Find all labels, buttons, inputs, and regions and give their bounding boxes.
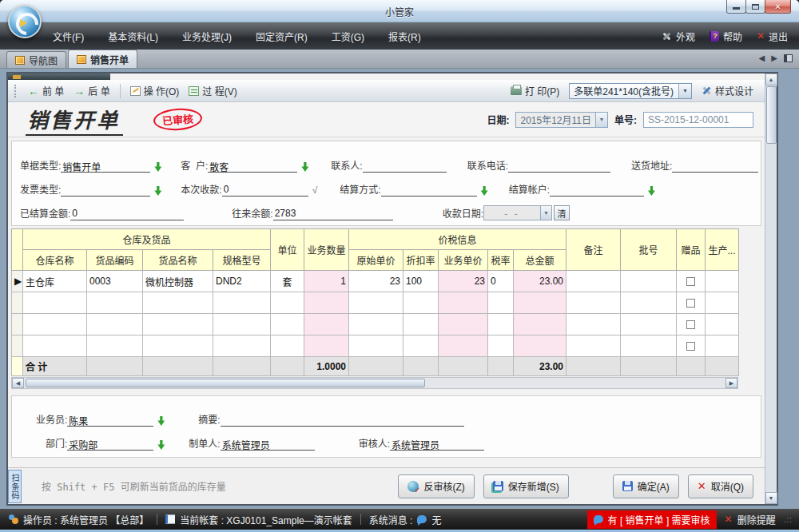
- tab-list-icon[interactable]: [784, 54, 793, 62]
- empty-cell[interactable]: [566, 314, 621, 335]
- empty-cell[interactable]: [271, 314, 304, 335]
- empty-cell[interactable]: [621, 314, 677, 335]
- style-design-button[interactable]: 样式设计: [697, 82, 758, 99]
- menu-reports[interactable]: 报表(R): [388, 30, 421, 43]
- empty-cell[interactable]: [23, 314, 87, 335]
- unaudit-button[interactable]: 反审核(Z): [398, 474, 474, 498]
- print-template-select[interactable]: 多联单241*140(含批号) ▼: [569, 83, 692, 99]
- empty-price-cell[interactable]: [439, 292, 488, 314]
- receipt-date-picker[interactable]: - - ▼: [483, 205, 552, 220]
- gift-cell[interactable]: [677, 271, 706, 292]
- empty-cell[interactable]: [621, 292, 677, 314]
- menu-business[interactable]: 业务处理(J): [182, 30, 232, 43]
- orig-price-cell[interactable]: 23: [349, 271, 403, 292]
- dropdown-arrow-icon[interactable]: [154, 162, 161, 172]
- production-cell[interactable]: [706, 271, 739, 292]
- empty-gift-cell[interactable]: [677, 314, 706, 335]
- dropdown-arrow-icon[interactable]: [301, 162, 308, 172]
- empty-cell[interactable]: [706, 335, 739, 357]
- order-no-field[interactable]: SS-2015-12-00001: [643, 112, 753, 128]
- gift-checkbox[interactable]: [686, 320, 695, 329]
- dropdown-arrow-icon[interactable]: [154, 186, 161, 196]
- empty-qty-cell[interactable]: [304, 292, 349, 314]
- empty-cell[interactable]: [23, 292, 87, 314]
- tab-scroll-left-icon[interactable]: ◀: [759, 54, 765, 62]
- empty-cell[interactable]: [213, 314, 271, 335]
- settle-account-field[interactable]: [550, 184, 644, 197]
- empty-cell[interactable]: [143, 314, 213, 335]
- date-picker[interactable]: 2015年12月11日 ▼: [515, 112, 608, 128]
- empty-cell[interactable]: [87, 292, 143, 314]
- address-field[interactable]: [672, 160, 758, 173]
- appearance-button[interactable]: 外观: [662, 30, 695, 43]
- vertical-scrollbar[interactable]: ▲ ▼: [765, 73, 777, 504]
- app-logo-icon[interactable]: [8, 5, 42, 38]
- code-cell[interactable]: 0003: [87, 271, 143, 292]
- vertical-scroll-thumb[interactable]: [766, 86, 777, 144]
- exit-button[interactable]: ✕ 退出: [757, 30, 788, 43]
- next-order-button[interactable]: → 后 单: [69, 82, 114, 99]
- amount-cell[interactable]: 23.00: [514, 271, 566, 292]
- empty-amount-cell[interactable]: [514, 292, 566, 314]
- dropdown-arrow-icon[interactable]: [481, 186, 488, 196]
- contact-field[interactable]: [363, 160, 447, 173]
- scroll-left-icon[interactable]: ◀: [12, 378, 24, 388]
- tab-navigation-map[interactable]: 导航图: [6, 51, 66, 68]
- customer-field[interactable]: 散客: [208, 160, 297, 173]
- empty-cell[interactable]: [213, 335, 271, 357]
- resize-grip[interactable]: .::: [784, 515, 793, 524]
- clear-date-button[interactable]: 清: [554, 205, 570, 220]
- empty-cell[interactable]: [403, 335, 439, 357]
- empty-cell[interactable]: [566, 335, 621, 357]
- settled-amount-field[interactable]: 0: [70, 208, 184, 220]
- chevron-down-icon[interactable]: ▼: [678, 84, 691, 98]
- cancel-button[interactable]: ✕ 取消(Q): [688, 474, 753, 498]
- empty-cell[interactable]: [488, 335, 514, 357]
- calculator-check-icon[interactable]: √: [312, 185, 318, 196]
- dropdown-arrow-icon[interactable]: [648, 186, 655, 196]
- settle-method-field[interactable]: [381, 184, 477, 197]
- phone-field[interactable]: [508, 160, 610, 173]
- empty-price-cell[interactable]: [439, 314, 488, 335]
- empty-gift-cell[interactable]: [677, 335, 706, 357]
- empty-cell[interactable]: [706, 292, 739, 314]
- delete-reminder-button[interactable]: ✕ 删除提醒: [723, 513, 777, 526]
- batch-cell[interactable]: [621, 271, 677, 292]
- chevron-down-icon[interactable]: ▼: [540, 206, 551, 220]
- empty-cell[interactable]: [143, 335, 213, 357]
- qty-cell[interactable]: 1: [304, 271, 349, 292]
- empty-amount-cell[interactable]: [514, 335, 566, 357]
- maximize-button[interactable]: [745, 0, 765, 14]
- menu-fixed-assets[interactable]: 固定资产(R): [256, 30, 308, 43]
- menu-basic-data[interactable]: 基本资料(L): [108, 30, 158, 43]
- empty-cell[interactable]: [403, 292, 439, 314]
- gift-checkbox[interactable]: [686, 299, 695, 308]
- empty-cell[interactable]: [271, 292, 304, 314]
- chevron-down-icon[interactable]: ▼: [595, 113, 607, 127]
- prev-order-button[interactable]: ← 前 单: [23, 82, 69, 99]
- warehouse-cell[interactable]: 主仓库: [23, 271, 87, 292]
- empty-amount-cell[interactable]: [514, 314, 566, 335]
- summary-field[interactable]: [221, 414, 464, 427]
- empty-cell[interactable]: [87, 314, 143, 335]
- help-button[interactable]: 帮助: [710, 30, 742, 43]
- operate-menu-button[interactable]: 操 作(O): [125, 82, 185, 99]
- scroll-up-icon[interactable]: ▲: [765, 73, 777, 85]
- empty-cell[interactable]: [349, 314, 403, 335]
- invoice-type-field[interactable]: [61, 184, 150, 197]
- gift-checkbox[interactable]: [686, 342, 695, 351]
- empty-cell[interactable]: [566, 292, 621, 314]
- empty-cell[interactable]: [706, 314, 739, 335]
- horizontal-scrollbar[interactable]: ◀ ▶: [11, 377, 738, 389]
- print-button[interactable]: 打 印(P): [506, 82, 564, 99]
- unit-cell[interactable]: 套: [271, 271, 304, 292]
- gift-checkbox[interactable]: [686, 277, 695, 286]
- bill-type-field[interactable]: 销售开单: [61, 160, 150, 173]
- empty-qty-cell[interactable]: [304, 314, 349, 335]
- dropdown-arrow-icon[interactable]: [157, 416, 165, 426]
- close-button[interactable]: ✕: [765, 0, 791, 14]
- salesman-field[interactable]: 陈果: [67, 414, 153, 427]
- name-cell[interactable]: 微机控制器: [143, 271, 213, 292]
- price-cell[interactable]: 23: [439, 271, 488, 292]
- menu-payroll[interactable]: 工资(G): [332, 30, 364, 43]
